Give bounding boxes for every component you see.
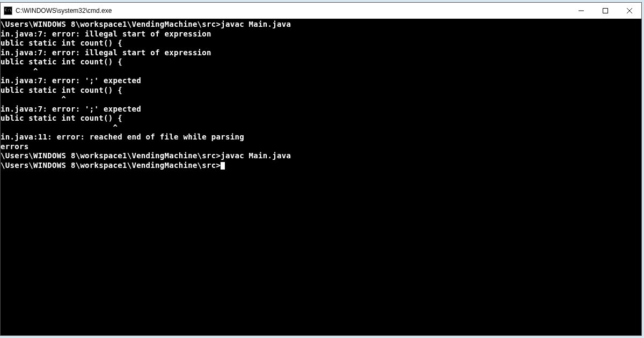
terminal-line: \Users\WINDOWS 8\workspace1\VendingMachi… bbox=[1, 151, 641, 161]
terminal-line: in.java:7: error: ';' expected bbox=[1, 105, 641, 114]
terminal-output[interactable]: \Users\WINDOWS 8\workspace1\VendingMachi… bbox=[1, 19, 641, 335]
terminal-line: \Users\WINDOWS 8\workspace1\VendingMachi… bbox=[1, 161, 641, 171]
cursor bbox=[221, 162, 225, 170]
terminal-line: ublic static int count() { bbox=[1, 114, 641, 123]
minimize-button[interactable] bbox=[569, 3, 593, 18]
close-icon bbox=[627, 8, 632, 13]
terminal-line: in.java:7: error: illegal start of expre… bbox=[1, 48, 641, 58]
maximize-button[interactable] bbox=[593, 3, 617, 18]
terminal-line: errors bbox=[1, 142, 641, 152]
terminal-line: in.java:11: error: reached end of file w… bbox=[1, 133, 641, 142]
minimize-icon bbox=[579, 8, 584, 13]
terminal-line: ^ bbox=[1, 67, 641, 77]
terminal-line: ublic static int count() { bbox=[1, 39, 641, 48]
cmd-window: C:\WINDOWS\system32\cmd.exe \Users\WINDO… bbox=[0, 2, 642, 336]
terminal-line: ublic static int count() { bbox=[1, 57, 641, 67]
maximize-icon bbox=[603, 8, 608, 13]
titlebar[interactable]: C:\WINDOWS\system32\cmd.exe bbox=[1, 3, 641, 19]
terminal-line: in.java:7: error: ';' expected bbox=[1, 76, 641, 86]
terminal-line: \Users\WINDOWS 8\workspace1\VendingMachi… bbox=[1, 20, 641, 30]
close-button[interactable] bbox=[617, 3, 641, 18]
terminal-line: in.java:7: error: illegal start of expre… bbox=[1, 30, 641, 39]
terminal-line: ^ bbox=[1, 95, 641, 105]
terminal-line: ^ bbox=[1, 123, 641, 133]
terminal-line: ublic static int count() { bbox=[1, 86, 641, 95]
cmd-icon bbox=[4, 6, 12, 15]
window-title: C:\WINDOWS\system32\cmd.exe bbox=[16, 7, 569, 14]
window-controls bbox=[569, 3, 641, 18]
svg-rect-1 bbox=[603, 8, 608, 13]
